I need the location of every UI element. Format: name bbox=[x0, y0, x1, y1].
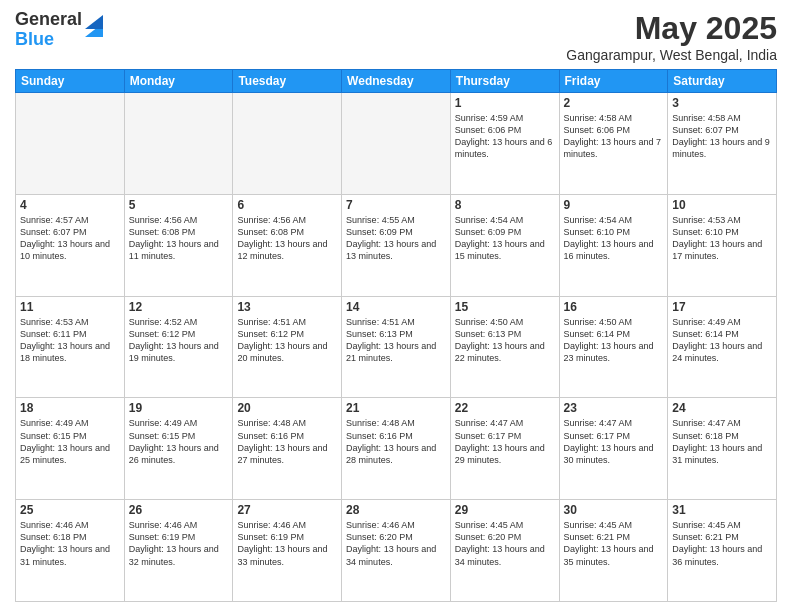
calendar-cell: 29Sunrise: 4:45 AM Sunset: 6:20 PM Dayli… bbox=[450, 500, 559, 602]
calendar-cell: 5Sunrise: 4:56 AM Sunset: 6:08 PM Daylig… bbox=[124, 194, 233, 296]
day-info: Sunrise: 4:45 AM Sunset: 6:20 PM Dayligh… bbox=[455, 519, 555, 568]
day-info: Sunrise: 4:53 AM Sunset: 6:10 PM Dayligh… bbox=[672, 214, 772, 263]
calendar-cell: 15Sunrise: 4:50 AM Sunset: 6:13 PM Dayli… bbox=[450, 296, 559, 398]
day-number: 20 bbox=[237, 401, 337, 415]
calendar-cell: 19Sunrise: 4:49 AM Sunset: 6:15 PM Dayli… bbox=[124, 398, 233, 500]
calendar-cell: 11Sunrise: 4:53 AM Sunset: 6:11 PM Dayli… bbox=[16, 296, 125, 398]
calendar-cell: 20Sunrise: 4:48 AM Sunset: 6:16 PM Dayli… bbox=[233, 398, 342, 500]
week-row-1: 4Sunrise: 4:57 AM Sunset: 6:07 PM Daylig… bbox=[16, 194, 777, 296]
calendar-cell: 16Sunrise: 4:50 AM Sunset: 6:14 PM Dayli… bbox=[559, 296, 668, 398]
day-number: 14 bbox=[346, 300, 446, 314]
title-block: May 2025 Gangarampur, West Bengal, India bbox=[566, 10, 777, 63]
col-friday: Friday bbox=[559, 70, 668, 93]
day-number: 12 bbox=[129, 300, 229, 314]
day-number: 6 bbox=[237, 198, 337, 212]
calendar-cell: 2Sunrise: 4:58 AM Sunset: 6:06 PM Daylig… bbox=[559, 93, 668, 195]
page: General Blue May 2025 Gangarampur, West … bbox=[0, 0, 792, 612]
day-info: Sunrise: 4:57 AM Sunset: 6:07 PM Dayligh… bbox=[20, 214, 120, 263]
logo: General Blue bbox=[15, 10, 103, 50]
day-info: Sunrise: 4:51 AM Sunset: 6:12 PM Dayligh… bbox=[237, 316, 337, 365]
calendar-cell: 12Sunrise: 4:52 AM Sunset: 6:12 PM Dayli… bbox=[124, 296, 233, 398]
day-number: 26 bbox=[129, 503, 229, 517]
day-info: Sunrise: 4:47 AM Sunset: 6:17 PM Dayligh… bbox=[455, 417, 555, 466]
day-number: 11 bbox=[20, 300, 120, 314]
day-number: 30 bbox=[564, 503, 664, 517]
day-number: 3 bbox=[672, 96, 772, 110]
day-info: Sunrise: 4:53 AM Sunset: 6:11 PM Dayligh… bbox=[20, 316, 120, 365]
week-row-3: 18Sunrise: 4:49 AM Sunset: 6:15 PM Dayli… bbox=[16, 398, 777, 500]
day-info: Sunrise: 4:45 AM Sunset: 6:21 PM Dayligh… bbox=[672, 519, 772, 568]
day-info: Sunrise: 4:46 AM Sunset: 6:19 PM Dayligh… bbox=[129, 519, 229, 568]
day-number: 9 bbox=[564, 198, 664, 212]
day-info: Sunrise: 4:50 AM Sunset: 6:13 PM Dayligh… bbox=[455, 316, 555, 365]
calendar-cell bbox=[342, 93, 451, 195]
calendar-cell: 21Sunrise: 4:48 AM Sunset: 6:16 PM Dayli… bbox=[342, 398, 451, 500]
calendar-cell bbox=[16, 93, 125, 195]
day-info: Sunrise: 4:47 AM Sunset: 6:17 PM Dayligh… bbox=[564, 417, 664, 466]
day-number: 1 bbox=[455, 96, 555, 110]
calendar-cell: 4Sunrise: 4:57 AM Sunset: 6:07 PM Daylig… bbox=[16, 194, 125, 296]
calendar-cell bbox=[124, 93, 233, 195]
calendar-cell: 3Sunrise: 4:58 AM Sunset: 6:07 PM Daylig… bbox=[668, 93, 777, 195]
day-info: Sunrise: 4:46 AM Sunset: 6:19 PM Dayligh… bbox=[237, 519, 337, 568]
day-number: 24 bbox=[672, 401, 772, 415]
day-number: 29 bbox=[455, 503, 555, 517]
week-row-0: 1Sunrise: 4:59 AM Sunset: 6:06 PM Daylig… bbox=[16, 93, 777, 195]
day-number: 15 bbox=[455, 300, 555, 314]
col-thursday: Thursday bbox=[450, 70, 559, 93]
col-saturday: Saturday bbox=[668, 70, 777, 93]
col-sunday: Sunday bbox=[16, 70, 125, 93]
calendar-cell: 31Sunrise: 4:45 AM Sunset: 6:21 PM Dayli… bbox=[668, 500, 777, 602]
calendar-cell: 17Sunrise: 4:49 AM Sunset: 6:14 PM Dayli… bbox=[668, 296, 777, 398]
day-number: 2 bbox=[564, 96, 664, 110]
day-number: 18 bbox=[20, 401, 120, 415]
calendar-cell: 28Sunrise: 4:46 AM Sunset: 6:20 PM Dayli… bbox=[342, 500, 451, 602]
day-info: Sunrise: 4:49 AM Sunset: 6:14 PM Dayligh… bbox=[672, 316, 772, 365]
day-info: Sunrise: 4:54 AM Sunset: 6:10 PM Dayligh… bbox=[564, 214, 664, 263]
day-info: Sunrise: 4:45 AM Sunset: 6:21 PM Dayligh… bbox=[564, 519, 664, 568]
calendar-cell: 26Sunrise: 4:46 AM Sunset: 6:19 PM Dayli… bbox=[124, 500, 233, 602]
logo-icon bbox=[85, 15, 103, 37]
week-row-4: 25Sunrise: 4:46 AM Sunset: 6:18 PM Dayli… bbox=[16, 500, 777, 602]
calendar-cell bbox=[233, 93, 342, 195]
calendar-cell: 8Sunrise: 4:54 AM Sunset: 6:09 PM Daylig… bbox=[450, 194, 559, 296]
col-monday: Monday bbox=[124, 70, 233, 93]
day-info: Sunrise: 4:59 AM Sunset: 6:06 PM Dayligh… bbox=[455, 112, 555, 161]
day-number: 28 bbox=[346, 503, 446, 517]
calendar-subtitle: Gangarampur, West Bengal, India bbox=[566, 47, 777, 63]
day-info: Sunrise: 4:52 AM Sunset: 6:12 PM Dayligh… bbox=[129, 316, 229, 365]
day-number: 8 bbox=[455, 198, 555, 212]
day-info: Sunrise: 4:56 AM Sunset: 6:08 PM Dayligh… bbox=[129, 214, 229, 263]
day-info: Sunrise: 4:54 AM Sunset: 6:09 PM Dayligh… bbox=[455, 214, 555, 263]
week-row-2: 11Sunrise: 4:53 AM Sunset: 6:11 PM Dayli… bbox=[16, 296, 777, 398]
day-info: Sunrise: 4:49 AM Sunset: 6:15 PM Dayligh… bbox=[129, 417, 229, 466]
header-row: Sunday Monday Tuesday Wednesday Thursday… bbox=[16, 70, 777, 93]
calendar-cell: 25Sunrise: 4:46 AM Sunset: 6:18 PM Dayli… bbox=[16, 500, 125, 602]
calendar-cell: 14Sunrise: 4:51 AM Sunset: 6:13 PM Dayli… bbox=[342, 296, 451, 398]
col-tuesday: Tuesday bbox=[233, 70, 342, 93]
logo-text: General Blue bbox=[15, 10, 103, 50]
svg-marker-1 bbox=[85, 15, 103, 29]
day-info: Sunrise: 4:55 AM Sunset: 6:09 PM Dayligh… bbox=[346, 214, 446, 263]
day-number: 17 bbox=[672, 300, 772, 314]
day-number: 5 bbox=[129, 198, 229, 212]
calendar-cell: 27Sunrise: 4:46 AM Sunset: 6:19 PM Dayli… bbox=[233, 500, 342, 602]
day-number: 16 bbox=[564, 300, 664, 314]
calendar-cell: 10Sunrise: 4:53 AM Sunset: 6:10 PM Dayli… bbox=[668, 194, 777, 296]
calendar-cell: 9Sunrise: 4:54 AM Sunset: 6:10 PM Daylig… bbox=[559, 194, 668, 296]
day-number: 23 bbox=[564, 401, 664, 415]
calendar-cell: 30Sunrise: 4:45 AM Sunset: 6:21 PM Dayli… bbox=[559, 500, 668, 602]
calendar-cell: 22Sunrise: 4:47 AM Sunset: 6:17 PM Dayli… bbox=[450, 398, 559, 500]
day-number: 10 bbox=[672, 198, 772, 212]
day-number: 31 bbox=[672, 503, 772, 517]
calendar-cell: 18Sunrise: 4:49 AM Sunset: 6:15 PM Dayli… bbox=[16, 398, 125, 500]
calendar-cell: 7Sunrise: 4:55 AM Sunset: 6:09 PM Daylig… bbox=[342, 194, 451, 296]
day-info: Sunrise: 4:48 AM Sunset: 6:16 PM Dayligh… bbox=[237, 417, 337, 466]
day-info: Sunrise: 4:46 AM Sunset: 6:20 PM Dayligh… bbox=[346, 519, 446, 568]
day-number: 22 bbox=[455, 401, 555, 415]
day-info: Sunrise: 4:56 AM Sunset: 6:08 PM Dayligh… bbox=[237, 214, 337, 263]
logo-general: General bbox=[15, 9, 82, 29]
day-info: Sunrise: 4:50 AM Sunset: 6:14 PM Dayligh… bbox=[564, 316, 664, 365]
day-number: 25 bbox=[20, 503, 120, 517]
day-number: 13 bbox=[237, 300, 337, 314]
